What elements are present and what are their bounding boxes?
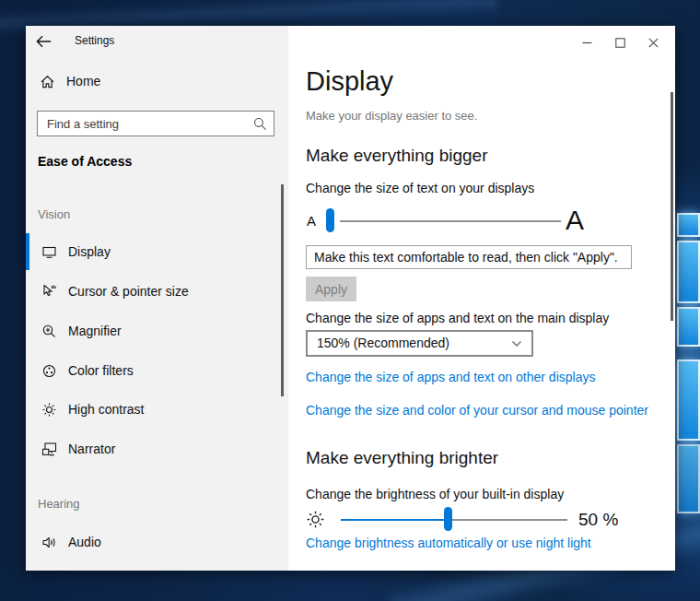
brightness-sun-icon	[306, 510, 325, 529]
chevron-down-icon	[511, 340, 522, 348]
selected-indicator	[26, 233, 29, 270]
apply-button[interactable]: Apply	[306, 277, 356, 301]
back-arrow-icon	[35, 34, 61, 49]
display-icon	[41, 244, 57, 260]
sidebar-item-label: Color filters	[68, 363, 134, 378]
link-cursor-pointer[interactable]: Change the size and color of your cursor…	[306, 403, 648, 418]
text-size-slider-thumb[interactable]	[326, 208, 334, 232]
page-title: Display	[306, 66, 393, 97]
magnifier-icon	[41, 324, 57, 339]
text-size-slider: A A	[306, 206, 619, 237]
text-size-label: Change the size of text on your displays	[306, 181, 534, 195]
brightness-slider: 50 %	[306, 504, 656, 536]
slider-min-label: A	[307, 206, 316, 236]
sidebar-item-label: Audio	[68, 535, 101, 549]
search-box	[37, 111, 274, 136]
wallpaper-window-pane	[677, 359, 700, 441]
sidebar-item-high-contrast[interactable]: High contrast	[26, 391, 288, 428]
text-size-slider-track[interactable]	[340, 220, 561, 222]
text-size-preview: Make this text comfortable to read, then…	[306, 245, 632, 269]
dropdown-selected-value: 150% (Recommended)	[317, 332, 449, 355]
sidebar-scrollbar[interactable]	[281, 184, 284, 396]
color-filters-icon	[41, 363, 57, 379]
link-other-displays[interactable]: Change the size of apps and text on othe…	[306, 370, 595, 384]
slider-max-label: A	[566, 206, 584, 235]
home-icon	[40, 74, 55, 89]
back-button[interactable]	[35, 31, 61, 52]
sidebar-item-label: Narrator	[68, 442, 115, 456]
wallpaper-window-pane	[677, 444, 700, 513]
sidebar-item-label: Cursor & pointer size	[68, 284, 189, 299]
close-button[interactable]	[636, 31, 670, 53]
sidebar-group-vision: Vision	[38, 207, 70, 221]
sidebar-item-display[interactable]: Display	[26, 233, 288, 270]
cursor-pointer-icon	[41, 284, 57, 300]
brightness-label: Change the brightness of your built-in d…	[306, 487, 564, 501]
maximize-button[interactable]	[603, 31, 636, 53]
sidebar-item-magnifier[interactable]: Magnifier	[26, 312, 288, 349]
brightness-slider-fill	[341, 519, 449, 521]
sidebar-item-home[interactable]: Home	[26, 65, 288, 98]
window-controls	[570, 31, 670, 53]
sidebar-item-color-filters[interactable]: Color filters	[26, 352, 288, 389]
minimize-icon	[582, 38, 592, 48]
sidebar-item-cursor-pointer-size[interactable]: Cursor & pointer size	[26, 273, 288, 310]
minimize-button[interactable]	[570, 31, 603, 53]
main-scrollbar[interactable]	[671, 92, 673, 321]
sidebar-item-audio[interactable]: Audio	[26, 524, 288, 560]
app-size-label: Change the size of apps and text on the …	[306, 311, 609, 325]
settings-window: Settings Home Ease of Access Vision	[26, 26, 675, 571]
sidebar: Settings Home Ease of Access Vision	[26, 26, 288, 571]
main-content: Display Make your display easier to see.…	[288, 26, 675, 571]
wallpaper-window-pane	[677, 307, 700, 347]
app-title: Settings	[75, 34, 114, 47]
brightness-value: 50 %	[578, 504, 618, 535]
wallpaper-window-pane	[677, 213, 700, 237]
close-icon	[648, 38, 659, 48]
app-size-dropdown[interactable]: 150% (Recommended)	[306, 330, 533, 357]
desktop-wallpaper: Settings Home Ease of Access Vision	[0, 0, 700, 601]
search-icon	[253, 117, 267, 131]
link-night-light[interactable]: Change brightness automatically or use n…	[306, 536, 591, 550]
search-input[interactable]	[38, 112, 274, 136]
sidebar-item-label: Home	[66, 74, 100, 88]
section-heading-brighter: Make everything brighter	[306, 448, 498, 468]
section-heading-bigger: Make everything bigger	[306, 146, 488, 166]
audio-icon	[41, 535, 57, 550]
brightness-slider-thumb[interactable]	[444, 507, 452, 531]
sidebar-item-narrator[interactable]: Narrator	[26, 430, 288, 467]
sidebar-item-label: High contrast	[68, 402, 144, 417]
sidebar-item-label: Display	[68, 244, 111, 259]
sidebar-item-label: Magnifier	[68, 324, 122, 338]
wallpaper-window-pane	[677, 241, 700, 303]
page-subtitle: Make your display easier to see.	[306, 109, 477, 123]
sidebar-section-title: Ease of Access	[38, 154, 132, 169]
sidebar-group-hearing: Hearing	[38, 497, 80, 511]
maximize-icon	[615, 38, 625, 48]
high-contrast-icon	[41, 402, 57, 418]
narrator-icon	[41, 442, 57, 457]
